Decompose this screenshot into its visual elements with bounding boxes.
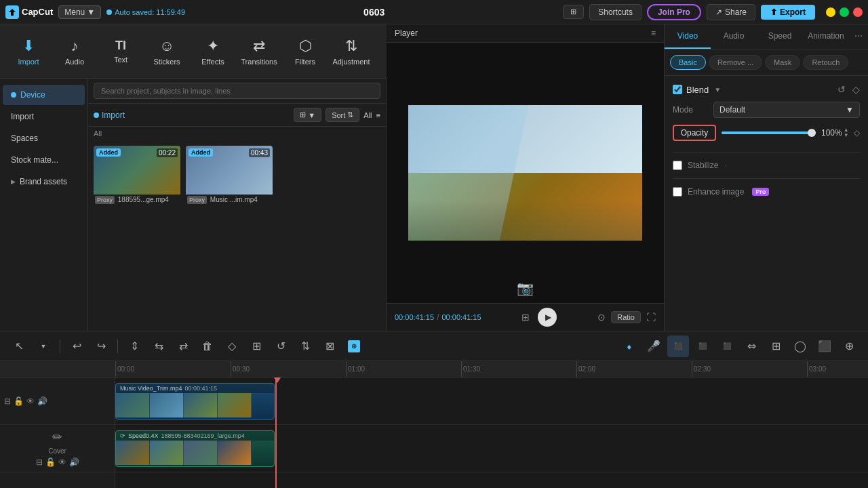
track-audio-icon[interactable]: 🔊 xyxy=(37,396,47,406)
track2-lock-icon[interactable]: 🔓 xyxy=(45,458,56,467)
tool-text[interactable]: TI Text xyxy=(99,28,142,75)
more-tabs-icon[interactable]: ⋯ xyxy=(849,24,868,49)
blend-mode-select[interactable]: Default ▼ xyxy=(713,102,860,118)
tool-transitions[interactable]: ⇄ Transitions xyxy=(237,28,281,75)
tool-effects[interactable]: ✦ Effects xyxy=(191,28,235,75)
ratio-button[interactable]: Ratio xyxy=(611,311,641,323)
tab-animation[interactable]: Animation xyxy=(803,24,849,49)
shortcuts-button[interactable]: Shortcuts xyxy=(589,4,642,20)
zoom-fit-icon[interactable]: ⊙ xyxy=(597,312,606,323)
timeline-body: ⊟ 🔓 👁 🔊 ✏ Cover ⊟ 🔓 👁 🔊 xyxy=(0,378,868,488)
top-right-controls: ⊞ Shortcuts Join Pro ↗ Share ⬆ Export xyxy=(563,4,815,20)
circle-button[interactable]: ◯ xyxy=(789,336,811,357)
audio-button[interactable]: 🎤 xyxy=(643,336,665,357)
sidebar-item-spaces[interactable]: Spaces xyxy=(3,128,85,148)
tool-stickers[interactable]: ☺ Stickers xyxy=(145,28,189,75)
screen-button[interactable]: ⊞ xyxy=(563,5,584,19)
subtab-mask[interactable]: Mask xyxy=(765,55,800,70)
undo-button[interactable]: ↩ xyxy=(66,336,87,357)
tab-audio[interactable]: Audio xyxy=(711,24,757,49)
blend-keyframe-icon[interactable]: ◇ xyxy=(852,84,860,95)
track3-button[interactable]: ⬛ xyxy=(716,336,738,357)
delete-button[interactable]: 🗑 xyxy=(197,336,218,357)
shortcuts-label: Shortcuts xyxy=(598,7,633,17)
rotate-button[interactable]: ↺ xyxy=(270,336,292,357)
maximize-button[interactable] xyxy=(840,7,849,17)
link-button[interactable]: ⇔ xyxy=(741,336,762,357)
blend-reset-icon[interactable]: ↺ xyxy=(837,84,846,95)
tab-speed[interactable]: Speed xyxy=(757,24,803,49)
cover-track-label[interactable]: ✏ Cover ⊟ 🔓 👁 🔊 xyxy=(0,425,115,472)
clip-header-2: ⟳ Speed0.4X 188595-883402169_large.mp4 xyxy=(116,431,274,441)
play-button[interactable]: ▶ xyxy=(538,308,557,327)
blend-checkbox[interactable] xyxy=(673,85,682,94)
timeline-clip-2[interactable]: ⟳ Speed0.4X 188595-883402169_large.mp4 xyxy=(115,430,275,467)
media-import-button[interactable]: Import xyxy=(94,110,125,120)
snap-button[interactable]: ⬧ xyxy=(618,336,640,357)
subtab-basic[interactable]: Basic xyxy=(670,55,706,70)
expand-arrow-icon: ▶ xyxy=(11,178,16,185)
redo-button[interactable]: ↪ xyxy=(90,336,112,357)
menu-button[interactable]: Menu ▼ xyxy=(58,5,101,19)
crop-button[interactable]: ⊞ xyxy=(245,336,267,357)
trim-button[interactable]: ⇄ xyxy=(172,336,194,357)
grid-view-icon[interactable]: ⊞ xyxy=(521,312,530,323)
share-label: Share xyxy=(725,7,747,17)
filter-icon[interactable]: ≡ xyxy=(376,111,380,119)
clip-thumb xyxy=(116,393,150,418)
export-button[interactable]: ⬆ Export xyxy=(761,5,815,20)
track1-button[interactable]: ⬛ xyxy=(667,336,689,357)
sidebar-item-import[interactable]: Import xyxy=(3,106,85,127)
split2-button[interactable]: ⇆ xyxy=(148,336,170,357)
track2-collapse-icon[interactable]: ⊟ xyxy=(36,458,43,467)
media-item[interactable]: Added 00:22 Proxy 188595...ge.mp4 xyxy=(94,146,180,205)
export2-button[interactable]: ⊞ xyxy=(765,336,787,357)
subtab-remove[interactable]: Remove ... xyxy=(709,55,762,70)
stabilize-checkbox[interactable] xyxy=(673,161,682,170)
blend-expand-icon[interactable]: ▼ xyxy=(714,86,721,94)
tool-filters[interactable]: ⬡ Filters xyxy=(283,28,327,75)
tab-video[interactable]: Video xyxy=(665,24,711,49)
select-chevron-button[interactable]: ▼ xyxy=(33,336,54,357)
search-input[interactable] xyxy=(94,83,380,99)
timeline-clip-1[interactable]: Music Video_Trim.mp4 00:00:41:15 xyxy=(115,383,275,420)
tool-audio[interactable]: ♪ Audio xyxy=(53,28,96,75)
close-button[interactable] xyxy=(853,7,863,17)
opacity-keyframe-icon[interactable]: ◇ xyxy=(854,128,860,138)
all-filter-label[interactable]: All xyxy=(363,111,372,119)
clip-thumb xyxy=(184,441,218,465)
sidebar-item-stock-mate[interactable]: Stock mate... xyxy=(3,150,85,170)
split-button[interactable]: ⇕ xyxy=(123,336,145,357)
player-menu-icon[interactable]: ≡ xyxy=(651,28,656,38)
square-button[interactable]: ⬛ xyxy=(814,336,835,357)
track-eye-icon[interactable]: 👁 xyxy=(26,396,35,406)
opacity-decrement[interactable]: ▼ xyxy=(844,133,849,138)
fullscreen-icon[interactable]: ⛶ xyxy=(646,312,656,323)
track2-audio-icon[interactable]: 🔊 xyxy=(69,458,79,467)
zoom-clip-button[interactable]: ⊕ xyxy=(343,336,365,357)
sidebar-item-device[interactable]: Device xyxy=(3,85,85,105)
share-button[interactable]: ↗ Share xyxy=(707,4,755,20)
track-lock-icon[interactable]: 🔓 xyxy=(14,396,24,406)
freeze-button[interactable]: ◇ xyxy=(221,336,243,357)
join-pro-button[interactable]: Join Pro xyxy=(647,4,701,20)
flip-button[interactable]: ⇅ xyxy=(294,336,316,357)
subtab-retouch[interactable]: Retouch xyxy=(803,55,848,70)
media-item[interactable]: Added 00:43 Proxy Music ...im.mp4 xyxy=(186,146,273,205)
tool-import[interactable]: ⬇ Import xyxy=(7,28,50,75)
transform-button[interactable]: ⊠ xyxy=(319,336,340,357)
track-collapse-icon[interactable]: ⊟ xyxy=(4,396,11,406)
sort-button[interactable]: Sort ⇅ xyxy=(326,108,359,122)
track2-button[interactable]: ⬛ xyxy=(692,336,713,357)
sidebar-item-brand-assets[interactable]: ▶ Brand assets xyxy=(3,171,85,192)
opacity-label[interactable]: Opacity xyxy=(673,125,716,141)
select-tool-button[interactable]: ↖ xyxy=(8,336,30,357)
enhance-checkbox[interactable] xyxy=(673,187,682,197)
opacity-slider[interactable] xyxy=(722,131,816,134)
minimize-button[interactable] xyxy=(826,7,835,17)
screen-icon: ⊞ xyxy=(570,7,576,16)
track2-eye-icon[interactable]: 👁 xyxy=(58,458,66,467)
search-zoom-button[interactable]: ⊕ xyxy=(838,336,860,357)
tool-adjustment[interactable]: ⇅ Adjustment xyxy=(330,28,373,75)
grid-view-button[interactable]: ⊞ ▼ xyxy=(294,108,321,122)
